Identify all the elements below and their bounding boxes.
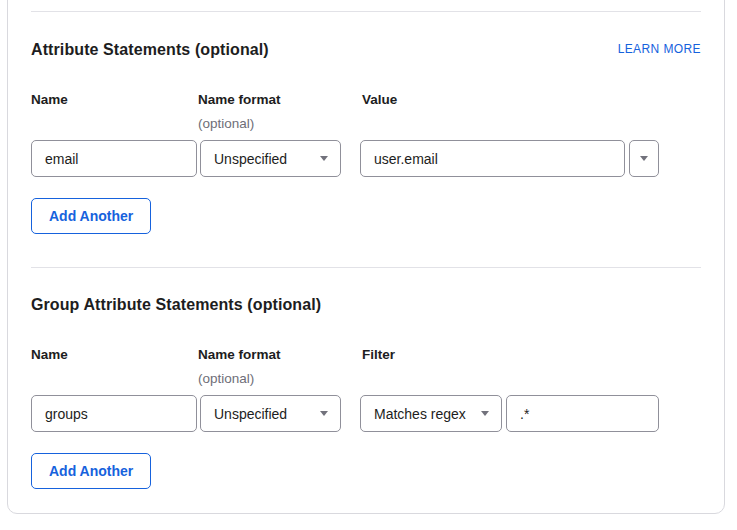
- section-divider-top: [31, 11, 701, 12]
- saml-settings-page: Attribute Statements (optional) LEARN MO…: [0, 0, 737, 530]
- column-header-value: Value: [362, 92, 397, 107]
- chevron-down-icon: [320, 411, 328, 416]
- add-another-attribute-button[interactable]: Add Another: [31, 198, 151, 234]
- column-header-name: Name: [31, 347, 68, 362]
- attribute-name-input[interactable]: [31, 140, 197, 177]
- add-another-group-attribute-button[interactable]: Add Another: [31, 453, 151, 489]
- attribute-value-input[interactable]: [360, 140, 625, 177]
- column-note-optional: (optional): [198, 116, 254, 131]
- section-divider-middle: [31, 267, 701, 268]
- group-attribute-name-format-select[interactable]: Unspecified: [200, 395, 341, 432]
- attribute-name-format-select[interactable]: Unspecified: [200, 140, 341, 177]
- group-filter-condition-select[interactable]: Matches regex: [360, 395, 502, 432]
- group-filter-value-input[interactable]: [506, 395, 659, 432]
- attribute-name-format-value: Unspecified: [214, 151, 287, 167]
- chevron-down-icon: [320, 156, 328, 161]
- column-header-filter: Filter: [362, 347, 395, 362]
- learn-more-link[interactable]: LEARN MORE: [618, 42, 701, 56]
- column-header-name: Name: [31, 92, 68, 107]
- column-header-name-format: Name format: [198, 347, 281, 362]
- column-note-optional: (optional): [198, 371, 254, 386]
- group-attribute-statements-title: Group Attribute Statements (optional): [31, 296, 321, 314]
- saml-settings-panel: [7, 0, 725, 514]
- group-filter-condition-value: Matches regex: [374, 406, 466, 422]
- attribute-statements-title: Attribute Statements (optional): [31, 41, 269, 59]
- chevron-down-icon: [481, 411, 489, 416]
- attribute-value-dropdown-button[interactable]: [629, 140, 659, 177]
- group-attribute-name-format-value: Unspecified: [214, 406, 287, 422]
- chevron-down-icon: [640, 156, 648, 161]
- column-header-name-format: Name format: [198, 92, 281, 107]
- group-attribute-name-input[interactable]: [31, 395, 197, 432]
